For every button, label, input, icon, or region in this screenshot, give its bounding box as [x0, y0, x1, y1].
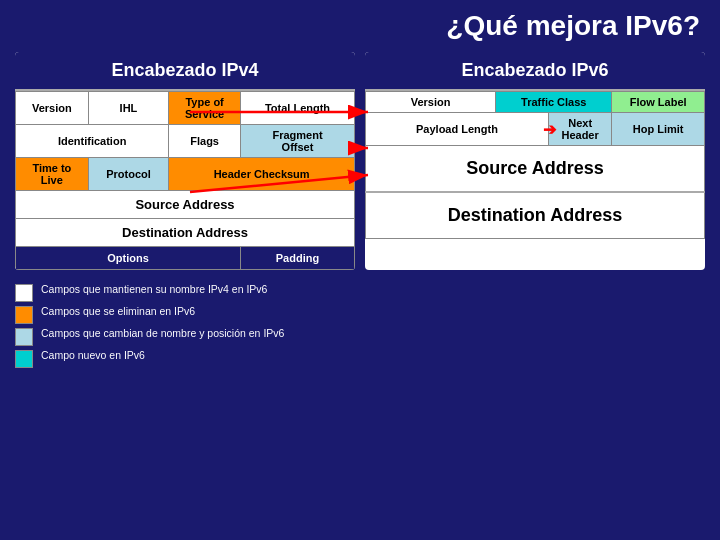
ipv6-traffic-class: Traffic Class [496, 92, 612, 113]
legend-color-cyan [15, 350, 33, 368]
ipv4-source-address: Source Address [16, 191, 355, 219]
ipv4-flags: Flags [169, 125, 241, 158]
ipv6-panel: Encabezado IPv6 Version Traffic Class Fl… [365, 52, 705, 270]
ipv6-version: Version [366, 92, 496, 113]
legend-text-cyan: Campo nuevo en IPv6 [41, 349, 145, 361]
table-row: Payload Length ➔ NextHeader Hop Limit [366, 113, 705, 146]
table-row: Time toLive Protocol Header Checksum [16, 158, 355, 191]
table-row: Source Address [366, 146, 705, 193]
ipv4-options: Options [16, 247, 241, 270]
table-row: Destination Address [16, 219, 355, 247]
ipv4-table: Version IHL Type ofService Total Length … [15, 91, 355, 270]
ipv6-title: Encabezado IPv6 [365, 52, 705, 91]
main-content: Encabezado IPv4 Version IHL Type ofServi… [0, 52, 720, 270]
ipv4-protocol: Protocol [88, 158, 169, 191]
ipv4-ttl: Time toLive [16, 158, 89, 191]
ipv4-panel: Encabezado IPv4 Version IHL Type ofServi… [15, 52, 355, 270]
ipv4-header-checksum: Header Checksum [169, 158, 355, 191]
legend-item-white: Campos que mantienen su nombre IPv4 en I… [15, 283, 705, 302]
ipv4-version: Version [16, 92, 89, 125]
ipv6-table: Version Traffic Class Flow Label Payload… [365, 91, 705, 239]
legend-color-white [15, 284, 33, 302]
table-row: Identification Flags FragmentOffset [16, 125, 355, 158]
ipv6-dest-address: Destination Address [366, 192, 705, 239]
ipv4-tos: Type ofService [169, 92, 241, 125]
legend-item-lightblue: Campos que cambian de nombre y posición … [15, 327, 705, 346]
legend-item-cyan: Campo nuevo en IPv6 [15, 349, 705, 368]
ipv4-total-length: Total Length [240, 92, 354, 125]
legend-text-orange: Campos que se eliminan en IPv6 [41, 305, 195, 317]
ipv4-title: Encabezado IPv4 [15, 52, 355, 91]
legend-text-lightblue: Campos que cambian de nombre y posición … [41, 327, 284, 339]
legend: Campos que mantienen su nombre IPv4 en I… [0, 275, 720, 376]
ipv6-source-address: Source Address [366, 146, 705, 193]
ipv6-payload-length: Payload Length ➔ [366, 113, 549, 146]
ipv4-ihl: IHL [88, 92, 169, 125]
legend-item-orange: Campos que se eliminan en IPv6 [15, 305, 705, 324]
legend-color-orange [15, 306, 33, 324]
ipv4-dest-address: Destination Address [16, 219, 355, 247]
table-row: Version Traffic Class Flow Label [366, 92, 705, 113]
ipv4-padding: Padding [240, 247, 354, 270]
legend-text-white: Campos que mantienen su nombre IPv4 en I… [41, 283, 267, 295]
ipv6-hop-limit: Hop Limit [612, 113, 705, 146]
table-row: Destination Address [366, 192, 705, 239]
legend-color-lightblue [15, 328, 33, 346]
table-row: Version IHL Type ofService Total Length [16, 92, 355, 125]
ipv6-next-header: NextHeader [548, 113, 611, 146]
ipv4-fragment-offset: FragmentOffset [240, 125, 354, 158]
ipv4-identification: Identification [16, 125, 169, 158]
table-row: Source Address [16, 191, 355, 219]
ipv6-flow-label: Flow Label [612, 92, 705, 113]
page-title: ¿Qué mejora IPv6? [0, 0, 720, 47]
table-row: Options Padding [16, 247, 355, 270]
